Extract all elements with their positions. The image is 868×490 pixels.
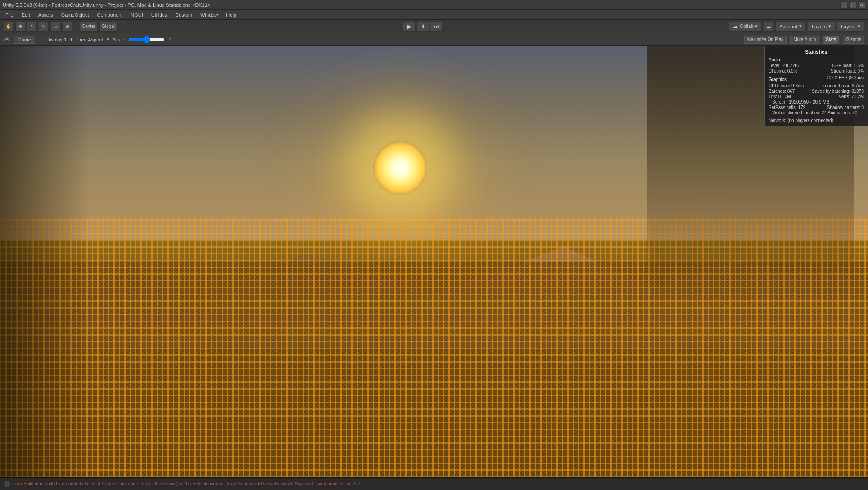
scale-value: 1: [168, 37, 171, 42]
menu-utilities[interactable]: Utilities: [148, 11, 171, 18]
sun: [373, 141, 427, 195]
rect-tool-button[interactable]: ▭: [50, 22, 60, 32]
account-button[interactable]: Account ▾: [775, 22, 806, 32]
stats-audio-level: Level: -48.2 dB: [769, 63, 799, 68]
play-button[interactable]: ▶: [403, 22, 416, 32]
collab-button[interactable]: ☁ Collab ▾: [729, 22, 762, 32]
title-bar: Unity 5.5.0p3 (64bit) - FortressCraftUni…: [0, 0, 868, 10]
stats-render-thread: render thread 6.7ms: [823, 83, 864, 88]
aspect-chevron-icon: ▾: [107, 36, 109, 42]
layers-chevron-icon: ▾: [828, 23, 831, 29]
game-tab[interactable]: Game: [14, 36, 35, 44]
stats-tris-row: Tris: 81.0M Verts: 71.2M: [769, 94, 864, 99]
collab-label: Collab ▾: [740, 23, 758, 29]
stats-batches: Batches: 867: [769, 89, 795, 94]
stats-verts: Verts: 71.2M: [839, 94, 864, 99]
header-sep: [41, 35, 41, 44]
graphics-section-title: Graphics:: [769, 77, 788, 82]
stats-screen-row: Screen: 1920x950 - 20.9 MB: [772, 100, 864, 104]
stats-title: Statistics: [769, 49, 864, 54]
layout-chevron-icon: ▾: [858, 23, 860, 29]
stats-shadow-casters: Shadow casters: 0: [827, 105, 864, 110]
hand-tool-button[interactable]: ✋: [4, 22, 14, 32]
move-tool-button[interactable]: ✥: [15, 22, 25, 32]
account-label: Account: [779, 24, 797, 29]
global-label: Global: [102, 24, 115, 29]
toolbar: ✋ ✥ ↻ ⤡ ▭ ⊞ Center Global ▶ ⏸ ⏭ ☁ Collab…: [0, 20, 868, 33]
stats-visible-skinned: Visible skinned meshes: 24: [772, 110, 827, 115]
left-dark: [0, 46, 90, 477]
aspect-label: Free Aspect: [77, 37, 103, 42]
stats-audio-clipping: Clipping: 0.0%: [769, 68, 797, 73]
stats-cpu-main: CPU: main 9.3ms: [769, 83, 804, 88]
menu-file[interactable]: File: [2, 11, 17, 18]
toolbar-sep-1: [76, 22, 76, 31]
stats-setpass-calls: SetPass calls: 179: [769, 105, 805, 110]
layers-button[interactable]: Layers ▾: [808, 22, 835, 32]
rotate-tool-button[interactable]: ↻: [27, 22, 37, 32]
maximize-button[interactable]: □: [849, 1, 856, 9]
game-viewport: Statistics Audio: Level: -48.2 dB DSP lo…: [0, 46, 868, 477]
title-text: Unity 5.5.0p3 (64bit) - FortressCraftUni…: [3, 2, 210, 8]
playmode-controls: ▶ ⏸ ⏭: [403, 22, 443, 32]
layout-label: Layout: [841, 24, 856, 29]
menu-custom[interactable]: Custom: [172, 11, 196, 18]
cloud-icon-button[interactable]: ☁: [764, 22, 773, 32]
stats-screen: Screen: 1920x950 - 20.9 MB: [772, 100, 829, 104]
stats-audio-clipping-row: Clipping: 0.0% Stream load: 0%: [769, 68, 864, 73]
center-label: Center: [82, 24, 95, 29]
display-chevron-icon: ▾: [70, 36, 73, 42]
transform-button[interactable]: ⊞: [62, 22, 72, 32]
stats-animations: Animations: 30: [827, 110, 857, 115]
global-button[interactable]: Global: [99, 22, 117, 32]
stats-saved-batching: Saved by batching: 81879: [812, 89, 864, 94]
stats-network: Network: (no players connected): [769, 118, 864, 123]
stats-visible-skinned-row: Visible skinned meshes: 24 Animations: 3…: [772, 110, 864, 115]
stats-audio-level-row: Level: -48.2 dB DSP load: 1.6%: [769, 63, 864, 68]
account-chevron-icon: ▾: [799, 23, 802, 29]
stats-graphics-fps-row: Graphics: 107.2 FPS (9.3ms): [769, 75, 864, 83]
statistics-panel: Statistics Audio: Level: -48.2 dB DSP lo…: [764, 46, 868, 126]
stats-setpass-row: SetPass calls: 179 Shadow casters: 0: [769, 105, 864, 110]
pause-button[interactable]: ⏸: [416, 22, 429, 32]
stats-fps: 107.2 FPS (9.3ms): [826, 75, 864, 83]
maximize-on-play-button[interactable]: Maximize On Play: [744, 36, 787, 44]
stats-tris: Tris: 81.0M: [769, 94, 791, 99]
center-button[interactable]: Center: [80, 22, 98, 32]
layout-button[interactable]: Layout ▾: [837, 22, 864, 32]
cloud-icon: ☁: [733, 23, 738, 29]
stats-batches-row: Batches: 867 Saved by batching: 81879: [769, 89, 864, 94]
scale-slider[interactable]: [129, 36, 165, 43]
game-scene: [0, 46, 868, 477]
gizmos-button[interactable]: Gizmos: [843, 36, 864, 44]
title-controls: — □ ✕: [840, 1, 865, 9]
display-label: Display 1: [46, 37, 67, 42]
minimize-button[interactable]: —: [840, 1, 847, 9]
scale-tool-button[interactable]: ⤡: [39, 22, 49, 32]
mute-audio-button[interactable]: Mute Audio: [790, 36, 819, 44]
game-icon: 🎮: [4, 36, 10, 42]
menu-help[interactable]: Help: [222, 11, 240, 18]
menu-window[interactable]: Window: [197, 11, 222, 18]
menu-bar: File Edit Assets GameObject Component NG…: [0, 10, 868, 20]
step-button[interactable]: ⏭: [430, 22, 443, 32]
audio-section-title: Audio:: [769, 57, 864, 62]
scale-label: Scale: [113, 37, 126, 42]
game-view-header: 🎮 Game Display 1 ▾ Free Aspect ▾ Scale 1…: [0, 33, 868, 46]
error-icon: ⚫: [4, 481, 10, 487]
stats-stream-load: Stream load: 0%: [831, 68, 864, 73]
menu-assets[interactable]: Assets: [35, 11, 57, 18]
close-button[interactable]: ✕: [858, 1, 865, 9]
stats-button[interactable]: Stats: [823, 36, 839, 44]
menu-ngui[interactable]: NGUI: [127, 11, 147, 18]
stats-cpu-row: CPU: main 9.3ms render thread 6.7ms: [769, 83, 864, 88]
menu-component[interactable]: Component: [93, 11, 126, 18]
menu-gameobject[interactable]: GameObject: [58, 11, 93, 18]
stats-dsp-load: DSP load: 1.6%: [832, 63, 864, 68]
status-error-text: Error Build of Air failed surrounded che…: [12, 481, 360, 486]
menu-edit[interactable]: Edit: [18, 11, 34, 18]
status-bar: ⚫ Error Build of Air failed surrounded c…: [0, 477, 868, 490]
layers-label: Layers: [812, 24, 827, 29]
